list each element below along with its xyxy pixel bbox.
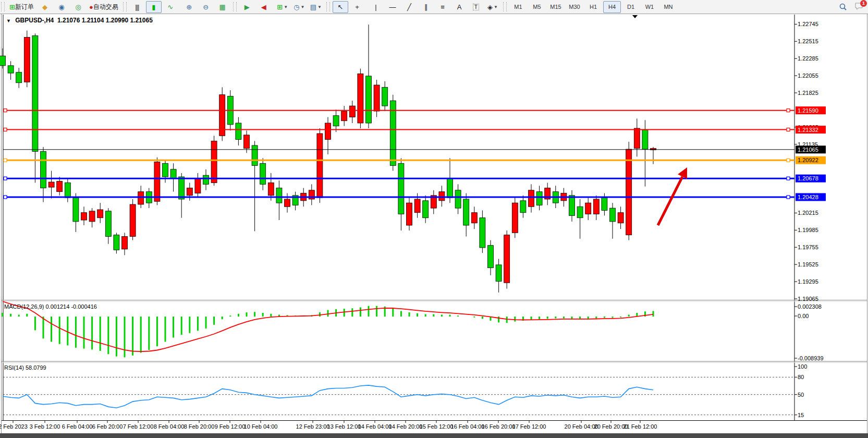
label-tool-button[interactable]: T <box>468 1 484 13</box>
chart-area[interactable]: ▼ GBPUSD-,H4 1.21076 1.21104 1.20990 1.2… <box>0 14 868 438</box>
line-handle[interactable] <box>4 128 7 131</box>
trendline-button[interactable]: ╱ <box>401 1 417 13</box>
new-chart-icon: ⊞ <box>277 4 283 10</box>
timeframe-button-mn[interactable]: MN <box>659 1 677 13</box>
time-axis-label: 20 Feb 04:00 <box>565 423 598 430</box>
candle <box>488 246 494 268</box>
mt4-window: ⊞ 新订单 ◆ ◉ ◎ ● 自动交易 ||| ▮ ∿ ⊕ ⊖ ▦ ▶ ◀ <box>0 0 868 438</box>
candle <box>341 111 347 121</box>
svg-text:1.20428: 1.20428 <box>798 194 818 200</box>
candle <box>374 85 380 111</box>
svg-text:80: 80 <box>798 374 804 380</box>
chevron-down-icon[interactable]: ▼ <box>6 18 11 23</box>
timeframe-group: M1M5M15M30H1H4D1W1MN <box>508 1 679 13</box>
line-handle[interactable] <box>4 196 7 199</box>
line-chart-button[interactable]: ∿ <box>163 1 178 13</box>
tile-windows-button[interactable]: ▦ <box>215 1 230 13</box>
chevron-down-icon: ▼ <box>300 5 304 9</box>
fibonacci-button[interactable]: ≡ <box>435 1 450 13</box>
bar-chart-button[interactable]: ||| <box>129 1 145 13</box>
timeframe-button-m5[interactable]: M5 <box>528 1 546 13</box>
line-handle[interactable] <box>787 196 790 199</box>
zoom-group: ⊕ ⊖ ▦ <box>180 1 232 13</box>
timeframe-button-h1[interactable]: H1 <box>584 1 602 13</box>
auto-scroll-button[interactable]: ▶ <box>239 1 255 13</box>
vertical-line-button[interactable]: | <box>368 1 384 13</box>
svg-text:0.00: 0.00 <box>798 313 809 319</box>
candle <box>65 182 70 198</box>
chart-shift-button[interactable]: ◀ <box>256 1 272 13</box>
periods-button[interactable]: ◷▼ <box>291 1 307 13</box>
crosshair-button[interactable]: + <box>349 1 365 13</box>
candle <box>471 213 477 223</box>
account-button[interactable]: ◉ <box>54 1 69 13</box>
svg-text:1.22515: 1.22515 <box>798 38 818 44</box>
horizontal-line-button[interactable]: — <box>385 1 400 13</box>
mql5-icon: ◆ <box>42 4 47 10</box>
templates-button[interactable]: ▤▼ <box>308 1 324 13</box>
arrows-button[interactable]: ◈▼ <box>485 1 500 13</box>
new-order-button[interactable]: ⊞ 新订单 <box>7 1 36 13</box>
candle <box>57 181 63 192</box>
candle <box>577 206 583 217</box>
shapes-icon: ◈ <box>487 4 493 10</box>
signals-button[interactable]: ◎ <box>70 1 86 13</box>
candle <box>0 56 6 66</box>
zoom-in-button[interactable]: ⊕ <box>181 1 197 13</box>
time-axis-label: 21 Feb 12:00 <box>624 423 657 430</box>
candle <box>325 123 331 139</box>
timeframe-button-w1[interactable]: W1 <box>641 1 658 13</box>
line-handle[interactable] <box>787 177 790 180</box>
new-chart-button[interactable]: ⊞▼ <box>275 1 290 13</box>
candlestick-chart-button[interactable]: ▮ <box>146 1 162 13</box>
search-icon[interactable] <box>839 3 847 11</box>
horizontal-line-icon: — <box>389 4 396 10</box>
candle <box>496 265 502 281</box>
svg-text:1.22745: 1.22745 <box>798 21 818 27</box>
toolbar: ⊞ 新订单 ◆ ◉ ◎ ● 自动交易 ||| ▮ ∿ ⊕ ⊖ ▦ ▶ ◀ <box>0 0 868 14</box>
time-axis-label: 10 Feb 04:00 <box>244 423 278 430</box>
timeframe-button-m1[interactable]: M1 <box>509 1 527 13</box>
timeframe-button-m15[interactable]: M15 <box>547 1 565 13</box>
line-handle[interactable] <box>787 159 790 162</box>
svg-text:1.20922: 1.20922 <box>798 157 818 163</box>
line-handle[interactable] <box>4 109 7 112</box>
candle <box>439 192 445 201</box>
channel-button[interactable]: ∥ <box>418 1 434 13</box>
timeframe-button-d1[interactable]: D1 <box>622 1 640 13</box>
line-handle[interactable] <box>4 177 7 180</box>
notifications-button[interactable]: 1 <box>854 2 864 12</box>
line-handle[interactable] <box>4 159 7 162</box>
mql5-button[interactable]: ◆ <box>37 1 53 13</box>
line-handle[interactable] <box>787 128 790 131</box>
timeframe-button-m30[interactable]: M30 <box>566 1 583 13</box>
candle <box>285 199 290 206</box>
line-handle[interactable] <box>787 109 790 112</box>
time-axis-label: 14 Feb 04:00 <box>358 423 392 430</box>
candle <box>260 163 266 184</box>
cursor-button[interactable]: ↖ <box>333 1 348 13</box>
fibonacci-icon: ≡ <box>441 4 445 10</box>
candle <box>179 177 185 199</box>
timeframe-button-h4[interactable]: H4 <box>603 1 621 13</box>
cursor-group: ↖ + <box>331 1 366 13</box>
chart-shift-icon: ◀ <box>261 4 266 10</box>
text-tool-button[interactable]: A <box>451 1 467 13</box>
candle <box>81 213 87 220</box>
time-axis-label: 7 Feb 12:00 <box>123 423 154 430</box>
time-axis-label: 12 Feb 23:00 <box>296 423 330 430</box>
macd-panel: 0.0023080.00-0.008939 <box>3 301 824 361</box>
toolbar-handle <box>503 2 507 11</box>
rsi-panel: 100805015 <box>3 363 807 418</box>
candle <box>602 198 607 210</box>
auto-trading-button[interactable]: ● 自动交易 <box>87 1 120 13</box>
time-axis: 2 Feb 20233 Feb 12:006 Feb 04:006 Feb 20… <box>0 421 657 430</box>
crosshair-icon: + <box>355 4 359 10</box>
price-chart-canvas[interactable]: 1.227451.225151.222851.220551.218251.213… <box>0 14 868 438</box>
zoom-out-button[interactable]: ⊖ <box>198 1 214 13</box>
rsi-indicator-label: RSI(14) 58.0799 <box>4 364 46 371</box>
scroll-group: ▶ ◀ <box>238 1 273 13</box>
svg-text:1.22055: 1.22055 <box>798 72 818 79</box>
template-chart-icon: ▤ <box>310 4 316 10</box>
bar-chart-icon: ||| <box>135 4 139 10</box>
